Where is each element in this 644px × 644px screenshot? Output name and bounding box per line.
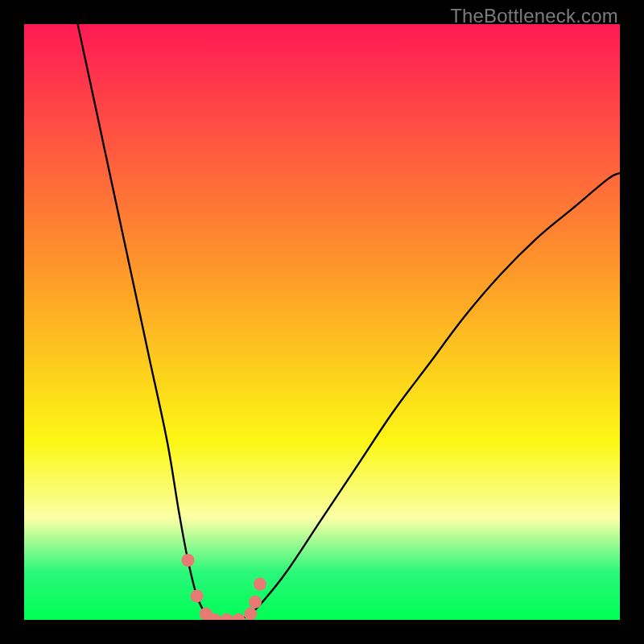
marker-dot [221, 613, 233, 620]
marker-dot [232, 613, 245, 620]
marker-dot [244, 608, 257, 620]
marker-dot [249, 596, 262, 609]
marker-dot [182, 554, 195, 567]
marker-dot [254, 578, 266, 591]
plot-frame [24, 24, 620, 620]
marker-dot [191, 589, 204, 602]
chart-svg [24, 24, 620, 620]
bottleneck-curve [78, 24, 620, 620]
